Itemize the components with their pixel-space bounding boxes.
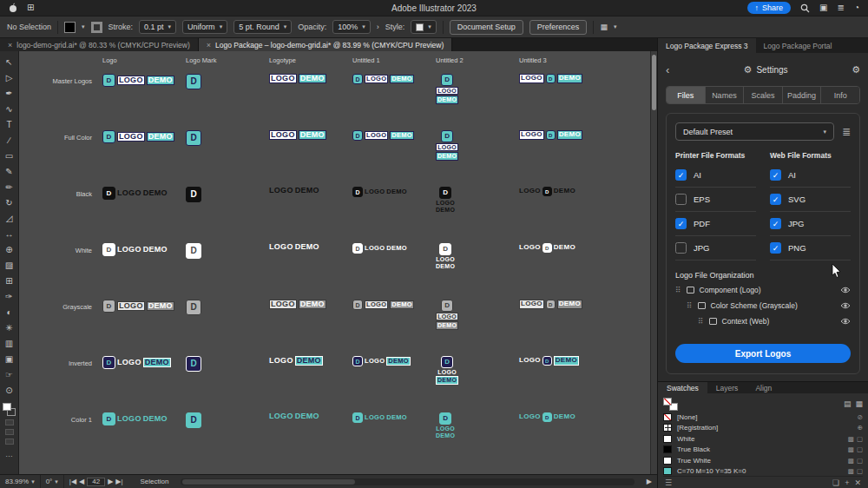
direct-selection-tool-icon[interactable]: ▷ [0,70,18,86]
drag-handle-icon[interactable]: ⠿ [675,286,681,294]
swatch-color-chip[interactable] [663,445,672,453]
swatch-row[interactable]: C=70 M=10 Y=35 K=0▩▢ [663,466,863,477]
logo-cell[interactable]: DLOGODEMO [352,122,436,179]
document-tab[interactable]: ×logo-demo-grid.ai* @ 80.33 % (CMYK/CPU … [0,38,199,51]
eyedropper-tool-icon[interactable]: ✑ [0,289,18,305]
checkbox-jpg[interactable]: ✓ [770,218,781,229]
logo-cell[interactable]: DLOGODEMO [436,235,519,292]
export-logos-button[interactable]: Export Logos [675,344,851,363]
selection-tool-icon[interactable]: ↖ [0,55,18,70]
logo-cell[interactable]: D [186,292,269,348]
column-graph-tool-icon[interactable]: ▥ [0,336,18,352]
zoom-control[interactable]: 83.99% ▾ [5,478,35,485]
swatch-group-icon[interactable]: ❏ [832,478,839,487]
swatch-color-chip[interactable] [663,435,672,443]
plugin-tab-scales[interactable]: Scales [744,87,783,103]
logo-cell[interactable]: LOGODEMO [269,122,352,179]
checkbox-jpg[interactable] [675,242,687,254]
swatch-row[interactable]: True White▩▢ [663,455,863,466]
logo-cell[interactable]: DLOGODEMO [352,292,436,348]
horizontal-scrollbar-thumb[interactable] [182,479,355,485]
vertical-scrollbar-thumb[interactable] [652,55,656,110]
grid-view-icon[interactable]: ▦ [855,399,863,408]
share-button[interactable]: ↑ Share [747,2,792,14]
checkbox-png[interactable]: ✓ [770,242,781,254]
swatch-color-chip[interactable] [663,457,672,465]
logo-cell[interactable]: DLOGODEMO [102,235,186,292]
panel-tab-layers[interactable]: Layers [707,382,747,393]
checkbox-pdf[interactable]: ✓ [675,218,687,229]
logo-cell[interactable]: LOGODDEMO [519,235,602,292]
logo-cell[interactable]: DLOGODEMO [102,348,186,405]
logo-cell[interactable]: D [186,66,269,122]
first-artboard-icon[interactable]: |◀ [69,478,76,485]
preset-select[interactable]: Default Preset ▾ [675,122,834,141]
tab-close-icon[interactable]: × [8,41,12,49]
checkbox-ai[interactable]: ✓ [675,169,687,181]
workspace-icon[interactable]: ▦ [600,23,608,31]
panel-tab-align[interactable]: Align [746,382,780,393]
horizontal-scrollbar[interactable] [181,478,634,485]
swatch-row[interactable]: [Registration]⊕ [663,423,863,434]
menu-list-icon[interactable]: ≣ [838,3,845,12]
logo-cell[interactable]: DLOGODEMO [352,235,436,292]
logo-cell[interactable]: LOGODEMO [269,405,352,461]
next-artboard-icon[interactable]: ▶ [108,478,113,485]
line-segment-tool-icon[interactable]: ∕ [0,133,18,148]
fill-stroke-indicator[interactable] [3,403,16,416]
logo-cell[interactable]: DLOGODEMO [102,66,186,122]
swatch-row[interactable]: White▩▢ [663,433,863,445]
logo-cell[interactable]: DLOGODEMO [102,292,186,348]
logo-cell[interactable]: DLOGODEMO [436,405,519,461]
checkbox-eps[interactable] [675,194,687,205]
logo-cell[interactable]: LOGODEMO [269,348,352,405]
preset-menu-icon[interactable]: ≣ [842,126,851,138]
plugin-tab-names[interactable]: Names [706,87,745,103]
logo-cell[interactable]: LOGODDEMO [519,66,602,122]
panel-tab[interactable]: Logo Package Express 3 [658,38,756,53]
width-tool-icon[interactable]: ↔ [0,227,18,242]
brush-combo[interactable]: 5 pt. Round ▾ [233,20,292,34]
last-artboard-icon[interactable]: ▶| [115,478,122,485]
visibility-eye-icon[interactable] [840,302,851,309]
swatch-color-chip[interactable] [663,467,672,475]
logo-cell[interactable]: DLOGODEMO [436,66,519,122]
logo-cell[interactable]: LOGODDEMO [519,179,602,235]
opacity-combo[interactable]: 100% ▾ [332,20,371,34]
logo-cell[interactable]: DLOGODEMO [436,292,519,348]
visibility-eye-icon[interactable] [840,287,851,293]
logo-cell[interactable]: LOGODEMO [269,235,352,292]
logo-cell[interactable]: LOGODDEMO [519,405,602,461]
logo-cell[interactable]: DLOGODEMO [436,179,519,235]
swatch-row[interactable]: [None]⊘ [663,412,863,423]
logo-cell[interactable]: DLOGODEMO [352,66,436,122]
pencil-tool-icon[interactable]: ✏ [0,180,18,195]
edit-toolbar-icon[interactable]: … [5,450,13,458]
logo-cell[interactable]: LOGODDEMO [519,122,602,179]
logo-cell[interactable]: DLOGODEMO [436,348,519,405]
logo-cell[interactable]: LOGODDEMO [519,292,602,348]
control-center-icon[interactable]: ◔ [854,3,859,12]
gradient-tool-icon[interactable]: ▨ [0,258,18,274]
visibility-eye-icon[interactable] [840,318,851,325]
fill-proxy[interactable] [3,403,11,411]
pen-tool-icon[interactable]: ✒ [0,86,18,102]
checkbox-ai[interactable]: ✓ [770,169,781,181]
artboard-number-field[interactable]: 42 [87,478,105,486]
rotation-control[interactable]: 0° ▾ [46,478,58,485]
logo-cell[interactable]: LOGODEMO [269,66,352,122]
logo-cell[interactable]: DLOGODEMO [352,348,436,405]
chevron-right-icon[interactable]: › [377,23,379,31]
organization-row[interactable]: ⠿Context (Web) [675,313,851,329]
gear-icon[interactable]: ⚙ [852,65,860,75]
blend-tool-icon[interactable]: ◐ [0,305,18,320]
scale-tool-icon[interactable]: ◿ [0,211,18,227]
search-icon[interactable] [800,3,810,13]
preferences-button[interactable]: Preferences [529,20,588,35]
swatch-fill-stroke-indicator[interactable] [663,398,678,411]
shape-builder-tool-icon[interactable]: ⊕ [0,242,18,258]
rectangle-tool-icon[interactable]: ▭ [0,148,18,164]
tab-close-icon[interactable]: × [207,41,211,49]
logo-cell[interactable]: D [186,122,269,179]
stroke-color-swatch[interactable] [91,22,102,33]
